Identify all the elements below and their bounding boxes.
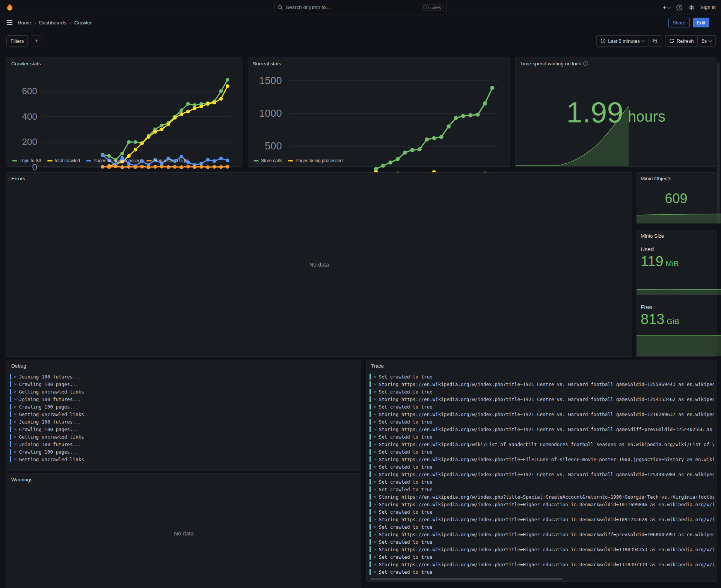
- log-expand-icon[interactable]: >: [374, 382, 376, 387]
- log-expand-icon[interactable]: >: [14, 404, 17, 409]
- log-expand-icon[interactable]: >: [374, 555, 376, 559]
- log-expand-icon[interactable]: >: [374, 479, 376, 484]
- log-row[interactable]: >Set crawled to true: [370, 553, 714, 561]
- share-button[interactable]: Share: [668, 18, 690, 27]
- log-row[interactable]: >Crawling 100 pages...: [10, 425, 359, 433]
- panel-title[interactable]: Crawler stats: [7, 58, 241, 69]
- log-row[interactable]: >Storing https://en.wikipedia.org/w/inde…: [370, 501, 714, 508]
- log-expand-icon[interactable]: >: [14, 382, 17, 387]
- log-expand-icon[interactable]: >: [14, 389, 17, 394]
- log-expand-icon[interactable]: >: [374, 419, 376, 424]
- log-row[interactable]: >Set crawled to true: [370, 388, 714, 395]
- log-row[interactable]: >Getting uncrawled links: [10, 455, 359, 463]
- log-row[interactable]: >Set crawled to true: [370, 373, 714, 380]
- log-expand-icon[interactable]: >: [374, 427, 376, 432]
- menu-toggle-icon[interactable]: [5, 19, 14, 26]
- add-new-button[interactable]: +: [663, 4, 670, 11]
- log-expand-icon[interactable]: >: [374, 502, 376, 507]
- news-icon[interactable]: [688, 5, 694, 11]
- log-row[interactable]: >Joining 100 futures...: [10, 418, 359, 425]
- collapse-topbar-icon[interactable]: [712, 18, 716, 27]
- log-expand-icon[interactable]: >: [374, 442, 376, 447]
- log-expand-icon[interactable]: >: [374, 464, 376, 469]
- log-expand-icon[interactable]: >: [14, 374, 17, 379]
- log-row[interactable]: >Getting uncrawled links: [10, 433, 359, 440]
- refresh-button[interactable]: Refresh: [665, 35, 698, 47]
- log-expand-icon[interactable]: >: [374, 449, 376, 454]
- sign-in-link[interactable]: Sign in: [700, 5, 716, 10]
- panel-title[interactable]: Time spend waiting on lock i: [516, 58, 716, 69]
- log-expand-icon[interactable]: >: [14, 457, 17, 462]
- log-row[interactable]: >Storing https://en.wikipedia.org/w/inde…: [370, 410, 714, 418]
- breadcrumb-dashboards[interactable]: Dashboards: [39, 20, 66, 26]
- legend-item[interactable]: Requests in flight: [146, 158, 189, 163]
- log-row[interactable]: >Joining 100 futures...: [10, 440, 359, 448]
- help-icon[interactable]: ?: [676, 5, 682, 11]
- legend-item[interactable]: Trips to S3: [12, 158, 41, 163]
- zoom-out-button[interactable]: [649, 35, 662, 47]
- time-range-picker[interactable]: Last 5 minutes: [596, 35, 649, 47]
- log-row[interactable]: >Set crawled to true: [370, 478, 714, 485]
- panel-title[interactable]: Minio Size: [636, 230, 716, 242]
- horizontal-scrollbar[interactable]: [370, 578, 563, 580]
- log-row[interactable]: >Crawling 100 pages...: [10, 448, 359, 455]
- log-expand-icon[interactable]: >: [14, 419, 17, 424]
- log-row[interactable]: >Set crawled to true: [370, 463, 714, 470]
- log-expand-icon[interactable]: >: [14, 449, 17, 454]
- search-bar[interactable]: Search or jump to... ctrl+k: [274, 2, 447, 13]
- breadcrumb-home[interactable]: Home: [18, 20, 31, 26]
- log-expand-icon[interactable]: >: [14, 427, 17, 432]
- log-expand-icon[interactable]: >: [374, 404, 376, 409]
- log-expand-icon[interactable]: >: [374, 434, 376, 439]
- add-filter-button[interactable]: +: [31, 35, 42, 47]
- log-row[interactable]: >Joining 100 futures...: [10, 395, 359, 403]
- log-row[interactable]: >Set crawled to true: [370, 523, 714, 531]
- log-expand-icon[interactable]: >: [374, 532, 376, 537]
- log-row[interactable]: >Storing https://en.wikipedia.org/w/inde…: [370, 516, 714, 523]
- legend-item[interactable]: Pages being processed: [86, 158, 140, 163]
- log-expand-icon[interactable]: >: [374, 412, 376, 417]
- log-row[interactable]: >Set crawled to true: [370, 418, 714, 425]
- log-expand-icon[interactable]: >: [374, 495, 376, 499]
- log-row[interactable]: >Crawling 100 pages...: [10, 403, 359, 410]
- log-row[interactable]: >Set crawled to true: [370, 485, 714, 493]
- log-row[interactable]: >Set crawled to true: [370, 568, 714, 576]
- log-expand-icon[interactable]: >: [374, 547, 376, 552]
- grafana-logo-icon[interactable]: [5, 3, 14, 12]
- panel-title[interactable]: Debug: [7, 360, 361, 372]
- log-expand-icon[interactable]: >: [374, 570, 376, 574]
- log-row[interactable]: >Set crawled to true: [370, 538, 714, 546]
- log-expand-icon[interactable]: >: [374, 374, 376, 379]
- log-row[interactable]: >Storing https://en.wikipedia.org/w/inde…: [370, 531, 714, 538]
- log-row[interactable]: >Getting uncrawled links: [10, 410, 359, 418]
- vertical-scrollbar[interactable]: [717, 62, 720, 224]
- filters-button[interactable]: Filters: [6, 35, 28, 47]
- log-row[interactable]: >Storing https://en.wikipedia.org/w/inde…: [370, 425, 714, 433]
- log-expand-icon[interactable]: >: [14, 412, 17, 417]
- log-row[interactable]: >Storing https://en.wikipedia.org/w/inde…: [370, 546, 714, 553]
- log-row[interactable]: >Set crawled to true: [370, 508, 714, 516]
- log-row[interactable]: >Set crawled to true: [370, 448, 714, 455]
- refresh-interval-dropdown[interactable]: 5s: [697, 35, 716, 47]
- log-expand-icon[interactable]: >: [374, 389, 376, 394]
- log-expand-icon[interactable]: >: [14, 397, 17, 402]
- log-expand-icon[interactable]: >: [374, 562, 376, 567]
- log-row[interactable]: >Crawling 100 pages...: [10, 380, 359, 388]
- log-row[interactable]: >Set crawled to true: [370, 403, 714, 410]
- log-expand-icon[interactable]: >: [374, 472, 376, 477]
- log-expand-icon[interactable]: >: [374, 487, 376, 492]
- panel-title[interactable]: Trace: [367, 360, 716, 372]
- log-expand-icon[interactable]: >: [374, 525, 376, 529]
- log-expand-icon[interactable]: >: [374, 457, 376, 462]
- log-row[interactable]: >Set crawled to true: [370, 433, 714, 440]
- log-expand-icon[interactable]: >: [374, 397, 376, 402]
- log-row[interactable]: >Joining 100 futures...: [10, 373, 359, 380]
- log-expand-icon[interactable]: >: [14, 442, 17, 447]
- log-row[interactable]: >Storing https://en.wikipedia.org/w/inde…: [370, 395, 714, 403]
- legend-item[interactable]: Store calls: [253, 158, 282, 163]
- log-row[interactable]: >Getting uncrawled links: [10, 388, 359, 395]
- log-row[interactable]: >Storing https://en.wikipedia.org/w/inde…: [370, 380, 714, 388]
- edit-button[interactable]: Edit: [693, 18, 709, 27]
- log-expand-icon[interactable]: >: [374, 517, 376, 522]
- log-row[interactable]: >Storing https://en.wikipedia.org/w/inde…: [370, 561, 714, 568]
